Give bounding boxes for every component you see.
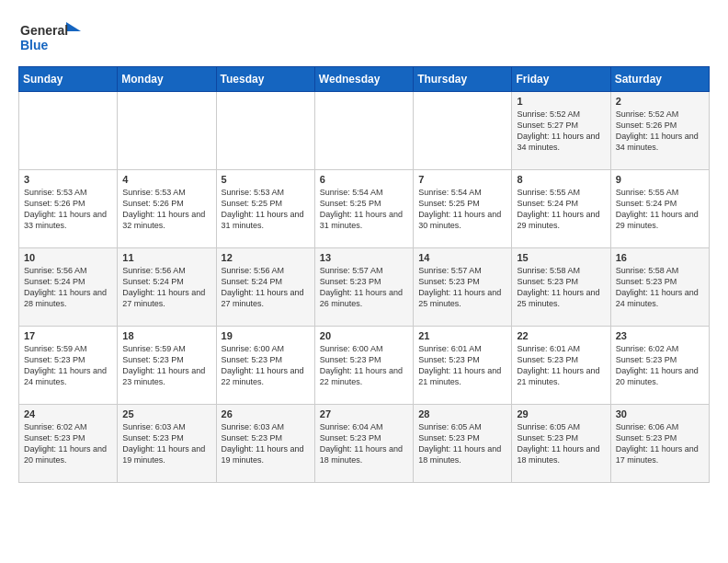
day-info: Daylight: 11 hours and 34 minutes. xyxy=(517,131,605,153)
day-info: Sunrise: 5:53 AM xyxy=(122,187,210,198)
calendar-cell: 29Sunrise: 6:05 AMSunset: 5:23 PMDayligh… xyxy=(512,405,610,483)
day-info: Sunrise: 6:00 AM xyxy=(222,343,310,354)
day-info: Daylight: 11 hours and 27 minutes. xyxy=(122,287,210,309)
day-number: 23 xyxy=(616,330,704,341)
header-cell-friday: Friday xyxy=(512,67,610,92)
header-cell-sunday: Sunday xyxy=(19,67,118,92)
day-info: Sunset: 5:23 PM xyxy=(222,354,310,365)
day-number: 5 xyxy=(222,174,310,185)
day-info: Sunrise: 6:03 AM xyxy=(122,421,210,432)
day-info: Sunrise: 5:55 AM xyxy=(616,187,704,198)
day-number: 9 xyxy=(616,174,704,185)
day-info: Sunrise: 6:05 AM xyxy=(418,421,506,432)
day-info: Sunrise: 5:54 AM xyxy=(320,187,408,198)
day-info: Sunset: 5:24 PM xyxy=(517,198,605,209)
calendar-cell: 27Sunrise: 6:04 AMSunset: 5:23 PMDayligh… xyxy=(314,405,413,483)
day-number: 27 xyxy=(320,408,408,419)
day-number: 1 xyxy=(517,96,605,107)
week-row-5: 24Sunrise: 6:02 AMSunset: 5:23 PMDayligh… xyxy=(19,405,710,483)
day-number: 11 xyxy=(122,252,210,263)
day-info: Sunset: 5:24 PM xyxy=(616,198,704,209)
day-info: Daylight: 11 hours and 18 minutes. xyxy=(320,443,408,465)
day-number: 13 xyxy=(320,252,408,263)
day-info: Daylight: 11 hours and 28 minutes. xyxy=(24,287,112,309)
day-number: 17 xyxy=(24,330,112,341)
day-number: 20 xyxy=(320,330,408,341)
day-info: Sunrise: 6:02 AM xyxy=(616,343,704,354)
day-info: Sunset: 5:26 PM xyxy=(122,198,210,209)
week-row-1: 1Sunrise: 5:52 AMSunset: 5:27 PMDaylight… xyxy=(19,92,710,170)
day-info: Sunrise: 5:56 AM xyxy=(222,265,310,276)
day-number: 16 xyxy=(616,252,704,263)
day-info: Sunset: 5:23 PM xyxy=(418,354,506,365)
calendar-cell: 28Sunrise: 6:05 AMSunset: 5:23 PMDayligh… xyxy=(414,405,512,483)
day-info: Daylight: 11 hours and 18 minutes. xyxy=(517,443,605,465)
day-info: Sunrise: 5:55 AM xyxy=(517,187,605,198)
day-info: Sunset: 5:23 PM xyxy=(418,432,506,443)
calendar-cell: 12Sunrise: 5:56 AMSunset: 5:24 PMDayligh… xyxy=(216,248,314,327)
day-info: Sunset: 5:26 PM xyxy=(24,198,112,209)
day-number: 15 xyxy=(517,252,605,263)
day-info: Daylight: 11 hours and 19 minutes. xyxy=(222,443,310,465)
calendar-cell: 25Sunrise: 6:03 AMSunset: 5:23 PMDayligh… xyxy=(118,405,216,483)
calendar-cell: 24Sunrise: 6:02 AMSunset: 5:23 PMDayligh… xyxy=(19,405,118,483)
calendar-cell: 23Sunrise: 6:02 AMSunset: 5:23 PMDayligh… xyxy=(610,327,709,405)
day-info: Sunrise: 5:57 AM xyxy=(418,265,506,276)
calendar-cell: 10Sunrise: 5:56 AMSunset: 5:24 PMDayligh… xyxy=(19,248,118,327)
day-info: Daylight: 11 hours and 20 minutes. xyxy=(24,443,112,465)
calendar-cell xyxy=(118,92,216,170)
header-row: SundayMondayTuesdayWednesdayThursdayFrid… xyxy=(19,67,710,92)
day-info: Sunset: 5:27 PM xyxy=(517,120,605,131)
calendar-cell: 17Sunrise: 5:59 AMSunset: 5:23 PMDayligh… xyxy=(19,327,118,405)
day-info: Sunrise: 5:58 AM xyxy=(616,265,704,276)
day-number: 24 xyxy=(24,408,112,419)
calendar-cell xyxy=(414,92,512,170)
calendar-cell: 13Sunrise: 5:57 AMSunset: 5:23 PMDayligh… xyxy=(314,248,413,327)
day-info: Sunset: 5:25 PM xyxy=(320,198,408,209)
day-number: 6 xyxy=(320,174,408,185)
week-row-4: 17Sunrise: 5:59 AMSunset: 5:23 PMDayligh… xyxy=(19,327,710,405)
day-info: Daylight: 11 hours and 25 minutes. xyxy=(517,287,605,309)
calendar-cell: 22Sunrise: 6:01 AMSunset: 5:23 PMDayligh… xyxy=(512,327,610,405)
day-info: Sunrise: 6:01 AM xyxy=(418,343,506,354)
day-info: Daylight: 11 hours and 24 minutes. xyxy=(24,365,112,387)
day-info: Daylight: 11 hours and 22 minutes. xyxy=(320,365,408,387)
calendar-cell: 14Sunrise: 5:57 AMSunset: 5:23 PMDayligh… xyxy=(414,248,512,327)
day-number: 30 xyxy=(616,408,704,419)
day-info: Sunset: 5:23 PM xyxy=(517,432,605,443)
day-number: 18 xyxy=(122,330,210,341)
day-info: Sunrise: 5:52 AM xyxy=(517,109,605,120)
day-number: 8 xyxy=(517,174,605,185)
day-info: Sunrise: 5:57 AM xyxy=(320,265,408,276)
calendar-cell xyxy=(314,92,413,170)
day-info: Daylight: 11 hours and 23 minutes. xyxy=(122,365,210,387)
day-info: Daylight: 11 hours and 17 minutes. xyxy=(616,443,704,465)
header-cell-thursday: Thursday xyxy=(414,67,512,92)
header: GeneralBlue xyxy=(18,18,710,55)
day-info: Sunset: 5:23 PM xyxy=(24,432,112,443)
day-info: Sunset: 5:23 PM xyxy=(616,354,704,365)
day-info: Daylight: 11 hours and 33 minutes. xyxy=(24,209,112,231)
day-info: Sunset: 5:23 PM xyxy=(320,354,408,365)
day-info: Daylight: 11 hours and 29 minutes. xyxy=(517,209,605,231)
day-info: Sunrise: 5:59 AM xyxy=(24,343,112,354)
day-info: Sunset: 5:23 PM xyxy=(320,432,408,443)
calendar-cell: 2Sunrise: 5:52 AMSunset: 5:26 PMDaylight… xyxy=(610,92,709,170)
day-number: 12 xyxy=(222,252,310,263)
day-info: Sunset: 5:24 PM xyxy=(222,276,310,287)
svg-text:General: General xyxy=(20,23,68,38)
calendar-cell: 30Sunrise: 6:06 AMSunset: 5:23 PMDayligh… xyxy=(610,405,709,483)
calendar-cell xyxy=(19,92,118,170)
day-number: 28 xyxy=(418,408,506,419)
day-info: Sunrise: 6:00 AM xyxy=(320,343,408,354)
day-number: 22 xyxy=(517,330,605,341)
day-info: Daylight: 11 hours and 32 minutes. xyxy=(122,209,210,231)
day-info: Sunrise: 5:54 AM xyxy=(418,187,506,198)
week-row-2: 3Sunrise: 5:53 AMSunset: 5:26 PMDaylight… xyxy=(19,170,710,248)
day-info: Sunrise: 5:58 AM xyxy=(517,265,605,276)
day-info: Daylight: 11 hours and 18 minutes. xyxy=(418,443,506,465)
day-info: Sunrise: 5:53 AM xyxy=(24,187,112,198)
day-info: Sunrise: 6:01 AM xyxy=(517,343,605,354)
day-info: Daylight: 11 hours and 26 minutes. xyxy=(320,287,408,309)
calendar-cell: 16Sunrise: 5:58 AMSunset: 5:23 PMDayligh… xyxy=(610,248,709,327)
